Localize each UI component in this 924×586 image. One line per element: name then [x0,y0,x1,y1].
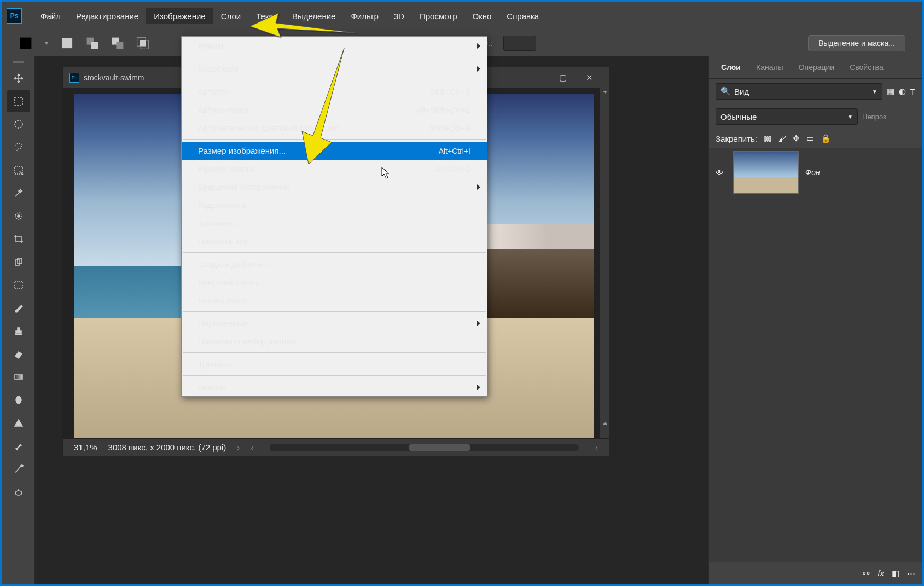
menu-item[interactable]: Режим [182,37,487,55]
submenu-arrow-icon [477,321,480,326]
menu-выделение[interactable]: Выделение [284,8,343,24]
menu-слои[interactable]: Слои [213,8,248,24]
eyedropper-set-tool[interactable] [7,251,30,273]
menu-item[interactable]: АвтотонShift+Ctrl+L [182,83,487,101]
tools-panel [2,56,35,584]
chevron-right-icon[interactable]: › [595,443,598,452]
frame-tool[interactable] [7,274,30,296]
ellipse-marquee-tool[interactable] [7,113,30,135]
panel-tab-1[interactable]: Каналы [749,59,790,76]
menu-редактирование[interactable]: Редактирование [68,8,146,24]
submenu-arrow-icon [477,43,480,49]
menu-item[interactable]: АвтоконтрастAlt+Shift+Ctrl+L [182,101,487,119]
lock-paint-icon[interactable]: 🖌 [778,134,786,143]
move-tool[interactable] [7,67,30,89]
fx-icon[interactable]: fx [877,568,884,578]
menu-separator [183,352,486,353]
menu-item[interactable]: Вращение изображения [182,178,487,196]
select-and-mask-button[interactable]: Выделение и маска... [808,35,905,51]
pen-tool[interactable] [7,435,30,457]
menu-файл[interactable]: Файл [33,8,68,24]
svg-rect-0 [20,37,32,49]
triangle-tool[interactable] [7,412,30,434]
status-bar: 31,1% 3008 пикс. x 2000 пикс. (72 ppi) ›… [63,438,609,456]
subtract-selection-icon[interactable] [111,36,125,50]
more-icon[interactable]: ⋯ [907,568,915,578]
menu-item: Кадрировать [182,196,487,214]
vertical-scrollbar[interactable] [599,88,609,438]
menu-item[interactable]: Анализ [182,378,487,396]
chevron-down-icon: ▼ [872,89,877,95]
lock-transparency-icon[interactable]: ▩ [764,134,771,143]
lock-artboard-icon[interactable]: ▭ [806,134,814,143]
menu-окно[interactable]: Окно [464,8,499,24]
lock-all-icon[interactable]: 🔒 [821,134,831,143]
menu-фильтр[interactable]: Фильтр [343,8,386,24]
layer-name[interactable]: Фон [805,168,820,177]
link-icon[interactable]: ⚯ [863,568,870,578]
intersect-selection-icon[interactable] [136,36,150,50]
layer-thumbnail[interactable] [733,151,799,194]
lasso-tool[interactable] [7,136,30,158]
menu-item[interactable]: Коррекция [182,60,487,78]
panel-bottom-bar: ⚯ fx ◧ ⋯ [709,562,922,584]
document-ps-icon: Ps [69,73,79,83]
visibility-toggle-icon[interactable]: 👁 [716,168,727,177]
svg-rect-1 [62,38,72,48]
menu-item[interactable]: Тримминг... [182,214,487,232]
close-button[interactable]: ✕ [576,67,602,88]
menu-separator [183,375,486,376]
menu-item[interactable]: Внешний канал... [182,273,487,291]
path-tool[interactable] [7,458,30,480]
menu-item[interactable]: Вычисления... [182,291,487,309]
image-filter-icon[interactable]: ▦ [887,86,894,96]
chevron-down-icon[interactable]: ▼ [44,40,49,46]
new-selection-icon[interactable] [60,36,74,50]
adjustment-filter-icon[interactable]: ◐ [899,86,906,96]
menu-item[interactable]: Размер изображения...Alt+Ctrl+I [182,142,487,160]
gradient-tool[interactable] [7,366,30,388]
stamp-tool[interactable] [7,320,30,342]
maximize-button[interactable]: ▢ [550,67,576,88]
heal-brush-tool[interactable] [7,205,30,227]
menu-item[interactable]: Автоматическая цветовая коррекцияShift+C… [182,119,487,137]
panel-tab-0[interactable]: Слои [714,59,747,76]
eraser-tool[interactable] [7,343,30,365]
mask-icon[interactable]: ◧ [892,568,899,578]
menu-текст[interactable]: Текст [248,8,284,24]
rotate-tool[interactable] [7,481,30,503]
height-input[interactable] [503,36,536,51]
svg-point-18 [21,465,23,467]
quick-select-tool[interactable] [7,159,30,181]
menu-3d[interactable]: 3D [386,8,412,24]
image-menu-dropdown: РежимКоррекцияАвтотонShift+Ctrl+LАвтокон… [181,36,487,397]
layer-row[interactable]: 👁 Фон [709,148,922,197]
marquee-tool-icon[interactable] [19,36,33,50]
chevron-right-icon[interactable]: › [237,443,240,452]
menu-просмотр[interactable]: Просмотр [412,8,465,24]
submenu-arrow-icon [477,385,480,390]
svg-rect-8 [140,40,146,45]
document-dimensions: 3008 пикс. x 2000 пикс. (72 ppi) [108,443,226,452]
chevron-left-icon[interactable]: ‹ [251,443,253,452]
panel-tab-2[interactable]: Операции [792,59,841,76]
horizontal-scrollbar[interactable] [270,444,579,451]
menu-item[interactable]: Размер холста...Alt+Ctrl+C [182,160,487,178]
dodge-tool[interactable] [7,389,30,411]
marquee-tool[interactable] [7,90,30,112]
menu-справка[interactable]: Справка [499,8,547,24]
lock-position-icon[interactable]: ✥ [793,134,800,143]
blend-mode-select[interactable]: Обычные ▼ [716,108,858,125]
zoom-level[interactable]: 31,1% [74,443,97,452]
brush-tool[interactable] [7,297,30,319]
add-selection-icon[interactable] [85,36,100,50]
menu-item[interactable]: Создать дубликат... [182,255,487,273]
magic-wand-tool[interactable] [7,182,30,204]
panel-tab-3[interactable]: Свойства [843,59,890,76]
crop-tool[interactable] [7,228,30,250]
minimize-button[interactable]: — [524,67,550,88]
text-filter-icon[interactable]: T [910,87,915,96]
menu-изображение[interactable]: Изображение [146,8,213,24]
svg-rect-5 [116,42,123,49]
layer-filter-search[interactable]: 🔍 Вид ▼ [716,83,882,100]
